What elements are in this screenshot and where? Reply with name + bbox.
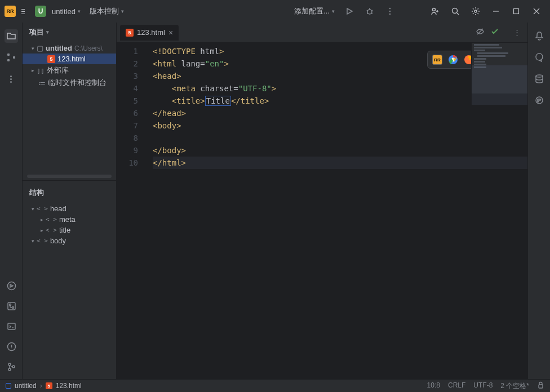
svg-point-2 [389,11,391,12]
indent-setting[interactable]: 2 个空格* [500,381,529,391]
app-logo-icon: RR [5,6,16,17]
tree-scratches[interactable]: ≔ 临时文件和控制台 [23,77,116,89]
crumb-separator: › [40,382,42,390]
vcs-dropdown[interactable]: 版本控制 ▾ [86,4,127,19]
scrollbar-thumb[interactable] [27,175,112,178]
svg-rect-26 [539,385,543,388]
svg-point-3 [389,14,391,15]
database-button[interactable] [533,72,546,86]
run-button[interactable] [340,2,358,20]
chevron-down-icon: ▾ [32,238,34,244]
chevron-down-icon: ▾ [32,46,34,51]
tab-active[interactable]: 5 123.html × [120,25,179,41]
crumb-file: 123.html [56,382,82,390]
svg-rect-7 [514,9,519,14]
tag-icon: < > [37,237,48,244]
svg-point-23 [8,363,11,366]
main-menu-button[interactable] [18,6,28,17]
folder-icon: ▢ [37,44,43,52]
svg-point-1 [389,8,391,9]
tag-icon: < > [46,226,57,234]
svg-point-25 [12,366,15,368]
code-content[interactable]: <!DOCTYPE html><html lang="en"><head> <m… [146,43,527,379]
tag-icon: < > [37,205,48,212]
line-separator[interactable]: CRLF [448,381,465,391]
html-file-icon: 5 [126,29,134,37]
settings-button[interactable] [467,2,485,20]
project-badge[interactable]: U [35,6,46,17]
minimize-button[interactable] [487,2,505,20]
hide-icon[interactable] [476,27,485,36]
tree-root[interactable]: ▾ ▢ untitled C:\Users\ [23,43,116,54]
file-name-label: 123.html [57,55,86,63]
more-tools-button[interactable] [5,72,18,86]
structure-body[interactable]: ▾ < > body [23,235,116,246]
chevron-down-icon: ▾ [78,8,81,14]
notifications-button[interactable] [533,29,546,43]
terminal-button[interactable] [5,319,18,333]
right-toolbar [527,23,550,379]
builtin-preview-button[interactable]: RR [432,55,442,65]
titlebar: RR U untitled ▾ 版本控制 ▾ 添加配置... ▾ [0,0,550,23]
svg-rect-8 [7,54,10,56]
structure-meta-label: meta [59,215,76,224]
tab-label: 123.html [137,28,165,37]
maximize-button[interactable] [507,2,525,20]
structure-head[interactable]: ▾ < > head [23,203,116,214]
debug-button[interactable] [361,2,379,20]
structure-tree: ▾ < > head ▸ < > meta ▸ < > title ▾ < > … [23,202,116,247]
cursor-position[interactable]: 10:8 [427,381,440,391]
structure-tool-button[interactable] [5,51,18,64]
main-area: 项目 ▾ ▾ ▢ untitled C:\Users\ 5 123.html ▸… [0,23,550,379]
chrome-icon[interactable] [448,55,458,65]
problems-button[interactable] [5,340,18,353]
gutter[interactable]: 12345678910 [117,43,146,379]
rust-button[interactable] [533,93,546,107]
scratches-label: 临时文件和控制台 [48,78,107,88]
run-config-dropdown[interactable]: 添加配置... ▾ [291,4,338,19]
more-actions-button[interactable] [381,2,399,20]
tab-close-button[interactable]: × [168,28,173,37]
root-path-label: C:\Users\ [74,44,103,52]
minimap[interactable] [471,43,527,93]
close-window-button[interactable] [527,2,545,20]
editor-tabs: 5 123.html × ⋮ [117,23,527,43]
readonly-toggle[interactable] [537,381,544,391]
sidebar: 项目 ▾ ▾ ▢ untitled C:\Users\ 5 123.html ▸… [23,23,117,379]
tree-file-selected[interactable]: 5 123.html [23,54,116,64]
svg-point-6 [474,10,477,12]
ai-assistant-button[interactable] [533,51,546,64]
services-button[interactable] [5,279,18,292]
tabs-more-button[interactable]: ⋮ [507,28,527,37]
code-with-me-button[interactable] [426,2,444,20]
svg-point-5 [453,8,458,14]
chevron-down-icon: ▾ [332,8,335,14]
structure-title[interactable]: ▸ < > title [23,225,116,235]
git-button[interactable] [5,360,18,373]
project-tool-button[interactable] [5,29,18,43]
project-panel-header[interactable]: 项目 ▾ [23,23,116,42]
svg-point-17 [7,282,15,289]
tree-external-libs[interactable]: ▸ ⫿⫿ 外部库 [23,64,116,77]
svg-rect-10 [13,56,15,59]
root-name-label: untitled [46,44,72,52]
left-bottom-toolbar [0,279,23,379]
version-control-button[interactable] [5,299,18,313]
inspections-widget[interactable] [476,27,499,36]
scratches-icon: ≔ [38,79,46,87]
external-libs-label: 外部库 [47,65,69,75]
structure-panel-header[interactable]: 结构 [23,183,116,202]
search-button[interactable] [446,2,464,20]
project-dropdown[interactable]: untitled ▾ [48,5,84,18]
chevron-right-icon: ▸ [32,68,34,73]
structure-title-label: title [59,226,70,234]
breadcrumb[interactable]: untitled › 5 123.html [6,382,82,390]
svg-rect-18 [8,302,15,310]
svg-rect-9 [7,59,10,61]
structure-meta[interactable]: ▸ < > meta [23,214,116,225]
file-encoding[interactable]: UTF-8 [473,381,493,391]
svg-rect-21 [8,323,15,329]
panel-title-label: 项目 [29,27,44,37]
code-editor[interactable]: 12345678910 <!DOCTYPE html><html lang="e… [117,43,527,379]
svg-point-15 [536,75,543,77]
